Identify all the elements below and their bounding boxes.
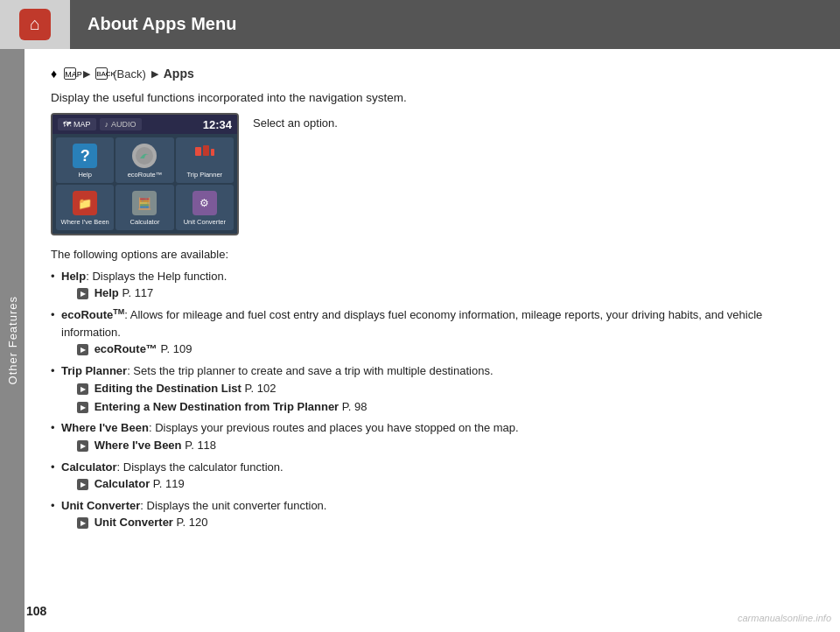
ref-label-tripplanner-2: Entering a New Destination from Trip Pla…: [94, 400, 340, 413]
ref-icon-help: ▶: [77, 288, 88, 299]
nav-app-help[interactable]: ? Help: [56, 137, 114, 183]
desc-tripplanner: : Sets the trip planner to create and sa…: [127, 364, 493, 377]
nav-app-unitconverter[interactable]: ⚙ Unit Converter: [176, 185, 234, 230]
term-whereivebeen: Where I've Been: [61, 421, 149, 434]
desc-ecoroute: : Allows for mileage and fuel cost entry…: [61, 308, 762, 339]
nav-top-bar: 🗺 MAP ♪ AUDIO 12:34: [52, 115, 237, 134]
calculator-app-label: Calculator: [130, 218, 160, 226]
ref-ecoroute: ▶ ecoRoute™ P. 109: [61, 341, 814, 359]
ref-calculator: ▶ Calculator P. 119: [61, 475, 814, 494]
content-section: The following options are available: Hel…: [51, 246, 814, 532]
map-button-icon: MAP: [64, 67, 76, 80]
desc-whereivebeen: : Displays your previous routes and plac…: [149, 421, 519, 434]
mic-icon: ♦: [51, 67, 57, 81]
ref-icon-tripplanner-2: ▶: [77, 402, 88, 413]
ref-help: ▶ Help P. 117: [61, 284, 814, 303]
tm-sup: TM: [113, 307, 124, 316]
arrow-icon-2: ▶: [151, 68, 158, 80]
whereivebeen-app-icon: 📁: [73, 191, 97, 215]
ref-page-ecoroute: P. 109: [160, 342, 192, 355]
apps-label: Apps: [164, 67, 194, 81]
ref-tripplanner-1: ▶ Editing the Destination List P. 102: [61, 380, 814, 398]
ref-icon-ecoroute: ▶: [77, 344, 88, 355]
calculator-app-icon: 🧮: [132, 191, 157, 215]
ref-label-whereivebeen: Where I've Been: [94, 439, 182, 452]
ref-label-calculator: Calculator: [94, 477, 150, 490]
watermark: carmanualsonline.info: [738, 613, 831, 623]
desc-help: : Displays the Help function.: [86, 270, 227, 283]
ref-icon-unitconverter: ▶: [77, 517, 88, 529]
map-tab-icon: 🗺: [63, 120, 71, 129]
ref-label-unitconverter: Unit Converter: [94, 516, 173, 529]
back-button-icon: BACK: [95, 67, 108, 80]
options-list: Help: Displays the Help function. ▶ Help…: [51, 268, 814, 532]
arrow-icon-1: ▶: [83, 68, 90, 80]
ref-unitconverter: ▶ Unit Converter P. 120: [61, 514, 814, 532]
ref-icon-whereivebeen: ▶: [77, 440, 88, 452]
audio-tab-label: AUDIO: [111, 120, 136, 129]
ref-page-tripplanner-2: P. 98: [342, 400, 368, 413]
home-icon: ⌂: [19, 9, 51, 40]
unitconverter-app-label: Unit Converter: [184, 218, 226, 226]
ref-page-whereivebeen: P. 118: [185, 439, 216, 452]
list-item-calculator: Calculator: Displays the calculator func…: [51, 459, 814, 494]
desc-calculator: : Displays the calculator function.: [117, 460, 284, 474]
ecoroute-app-icon: [132, 144, 157, 168]
ref-page-tripplanner-1: P. 102: [245, 382, 276, 395]
term-unitconverter: Unit Converter: [61, 499, 140, 512]
tripplanner-app-icon: [192, 144, 217, 168]
help-app-icon: ?: [73, 144, 97, 168]
breadcrumb: ♦ MAP ▶ BACK (Back) ▶ Apps: [51, 67, 814, 81]
ref-icon-tripplanner-1: ▶: [77, 383, 88, 395]
back-label: (Back): [113, 67, 146, 81]
ref-label-help: Help: [94, 286, 119, 299]
ref-page-help: P. 117: [122, 286, 153, 299]
sidebar: Other Features: [0, 49, 24, 632]
ref-label-ecoroute: ecoRoute™: [94, 342, 158, 355]
term-help: Help: [61, 270, 86, 283]
unitconverter-app-icon: ⚙: [192, 191, 217, 215]
term-tripplanner: Trip Planner: [61, 364, 127, 377]
help-app-label: Help: [78, 171, 91, 179]
list-item-ecoroute: ecoRouteTM: Allows for mileage and fuel …: [51, 306, 814, 359]
desc-unitconverter: : Displays the unit converter function.: [140, 499, 326, 512]
audio-tab[interactable]: ♪ AUDIO: [100, 118, 142, 130]
caption-text: Select an option.: [253, 116, 338, 130]
ref-whereivebeen: ▶ Where I've Been P. 118: [61, 437, 814, 455]
nav-time: 12:34: [203, 118, 232, 131]
list-item-help: Help: Displays the Help function. ▶ Help…: [51, 268, 814, 303]
ref-icon-calculator: ▶: [77, 479, 88, 490]
map-tab[interactable]: 🗺 MAP: [58, 118, 96, 130]
intro-text: Display the useful functions incorporate…: [51, 91, 814, 104]
ref-page-unitconverter: P. 120: [177, 516, 208, 529]
nav-app-ecoroute[interactable]: ecoRoute™: [116, 137, 173, 183]
following-text: The following options are available:: [51, 246, 814, 264]
nav-app-tripplanner[interactable]: Trip Planner: [176, 137, 234, 183]
list-item-tripplanner: Trip Planner: Sets the trip planner to c…: [51, 362, 814, 416]
audio-tab-icon: ♪: [105, 120, 109, 129]
sidebar-label: Other Features: [6, 296, 19, 384]
page-title: About Apps Menu: [70, 0, 840, 49]
nav-app-whereiavebeen[interactable]: 📁 Where I've Been: [56, 185, 114, 230]
nav-app-calculator[interactable]: 🧮 Calculator: [116, 185, 173, 230]
svg-rect-3: [211, 149, 214, 156]
term-ecoroute: ecoRouteTM: [61, 308, 124, 321]
map-tab-label: MAP: [74, 120, 91, 129]
ecoroute-app-label: ecoRoute™: [128, 171, 163, 179]
screenshot-row: 🗺 MAP ♪ AUDIO 12:34 ? Help: [51, 113, 814, 235]
term-calculator: Calculator: [61, 460, 117, 474]
svg-rect-1: [195, 147, 201, 156]
header-icon-box: ⌂: [0, 0, 70, 49]
main-content: ♦ MAP ▶ BACK (Back) ▶ Apps Display the u…: [24, 49, 840, 632]
nav-screen: 🗺 MAP ♪ AUDIO 12:34 ? Help: [51, 113, 239, 235]
list-item-whereivebeen: Where I've Been: Displays your previous …: [51, 419, 814, 454]
nav-apps-grid: ? Help ecoRoute™: [52, 134, 237, 234]
ref-page-calculator: P. 119: [153, 477, 185, 490]
page-number: 108: [26, 604, 46, 618]
list-item-unitconverter: Unit Converter: Displays the unit conver…: [51, 497, 814, 532]
tripplanner-app-label: Trip Planner: [187, 171, 223, 179]
whereivebeen-app-label: Where I've Been: [61, 218, 109, 226]
page-header: ⌂ About Apps Menu: [0, 0, 840, 49]
ref-label-tripplanner-1: Editing the Destination List: [94, 382, 242, 395]
ref-tripplanner-2: ▶ Entering a New Destination from Trip P…: [61, 398, 814, 417]
